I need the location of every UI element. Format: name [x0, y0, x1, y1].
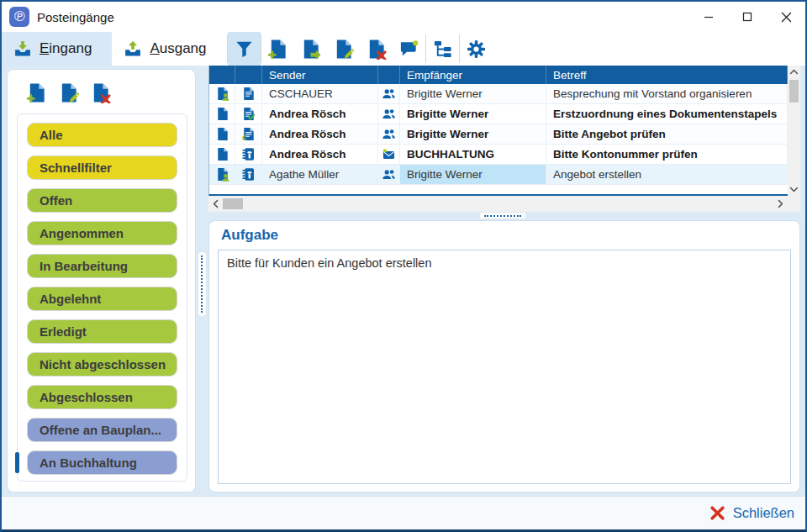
- filter-alle[interactable]: Alle: [27, 123, 177, 147]
- toolbar-tree-view-button[interactable]: [426, 32, 459, 66]
- sidebar-document-delete-button[interactable]: [90, 82, 111, 106]
- recipient-cell: Brigitte Werner: [400, 84, 546, 103]
- comment-icon: [398, 39, 419, 60]
- sender-cell: Andrea Rösch: [262, 145, 378, 164]
- tab-ausgang[interactable]: Ausgang: [112, 32, 226, 66]
- filter-in-bearbeitung[interactable]: In Bearbeitung: [27, 254, 177, 278]
- filter-abgelehnt[interactable]: Abgelehnt: [27, 287, 177, 311]
- recipient-cell: Brigitte Werner: [400, 104, 546, 124]
- toolbar-document-add-button[interactable]: [261, 32, 294, 66]
- document-delete-icon: [90, 82, 111, 103]
- recipient-cell: BUCHHALTUNG: [400, 145, 546, 164]
- users-icon: [382, 107, 396, 121]
- tab-eingang-label: Eingang: [40, 40, 92, 57]
- sidebar-document-add-button[interactable]: [26, 82, 47, 106]
- header-recipient-icon-col[interactable]: [378, 66, 400, 84]
- header-sender[interactable]: Sender: [262, 66, 378, 84]
- horizontal-splitter[interactable]: [479, 212, 526, 219]
- close-button[interactable]: [767, 2, 805, 32]
- document-check-icon: [241, 107, 256, 121]
- toolbar-filter-button[interactable]: [228, 32, 261, 66]
- filter-sidebar: AlleSchnellfilterOffenAngenommenIn Bearb…: [7, 69, 196, 492]
- sender-cell: Andrea Rösch: [262, 104, 378, 124]
- sidebar-document-edit-button[interactable]: [58, 82, 79, 106]
- table-row[interactable]: Agathe Müller Brigitte Werner Angebot er…: [209, 165, 788, 185]
- document-forward-icon: [300, 39, 321, 60]
- document-delete-icon: [366, 39, 387, 60]
- table-row[interactable]: € Andrea Rösch Brigitte Werner Bitte Ang…: [209, 124, 788, 145]
- scroll-down-button[interactable]: [788, 183, 800, 196]
- chevron-right-icon: [775, 198, 786, 209]
- task-panel: Aufgabe Bitte für Kunden ein Angebot ers…: [208, 220, 800, 492]
- toolbar-document-delete-button[interactable]: [360, 32, 393, 66]
- filter-erledigt[interactable]: Erledigt: [27, 319, 177, 344]
- toolbar-comment-button[interactable]: [393, 32, 425, 66]
- scroll-left-button[interactable]: [208, 196, 223, 212]
- subject-cell: Angebot erstellen: [546, 165, 788, 184]
- task-text-area[interactable]: Bitte für Kunden ein Angebot erstellen: [218, 250, 791, 484]
- filter-offene-an-bauplan-[interactable]: Offene an Bauplan...: [27, 418, 177, 442]
- chevron-left-icon: [210, 198, 221, 209]
- subject-cell: Bitte Angebot prüfen: [546, 124, 788, 144]
- scroll-up-button[interactable]: [788, 66, 800, 78]
- chevron-down-icon: [789, 184, 799, 195]
- table-row[interactable]: Andrea Rösch BUCHHALTUNG Bitte Kontonumm…: [209, 145, 788, 165]
- document-user-icon: [215, 87, 229, 101]
- sidebar-actions: [8, 70, 195, 106]
- filter-schnellfilter[interactable]: Schnellfilter: [27, 155, 177, 180]
- svg-text:€: €: [242, 134, 246, 141]
- header-recipient[interactable]: Empfänger: [400, 66, 546, 84]
- filter-angenommen[interactable]: Angenommen: [27, 221, 177, 245]
- window-controls: [689, 2, 805, 32]
- toolbar: [228, 32, 493, 66]
- chevron-up-icon: [789, 66, 799, 77]
- filter-abgeschlossen[interactable]: Abgeschlossen: [27, 385, 177, 409]
- maximize-button[interactable]: [728, 2, 767, 32]
- document-edit-icon: [58, 82, 79, 103]
- vertical-scrollbar: [788, 66, 800, 196]
- minimize-button[interactable]: [689, 2, 728, 32]
- table-row[interactable]: CSCHAUER Brigitte Werner Besprechung mit…: [209, 84, 788, 104]
- scroll-right-button[interactable]: [773, 196, 788, 212]
- table-body: CSCHAUER Brigitte Werner Besprechung mit…: [209, 84, 788, 185]
- close-red-icon: [709, 505, 725, 521]
- horizontal-splitter-area: [208, 212, 800, 220]
- header-subject[interactable]: Betreff: [546, 66, 788, 84]
- horizontal-scroll-thumb[interactable]: [223, 198, 243, 209]
- header-doc-icon-col[interactable]: [209, 66, 235, 84]
- sender-cell: Andrea Rösch: [262, 124, 378, 144]
- filter-an-buchhaltung[interactable]: An Buchhaltung: [27, 450, 177, 475]
- toolbar-settings-button[interactable]: [460, 32, 493, 66]
- table-header: Sender Empfänger Betreff: [209, 66, 788, 84]
- toolbar-document-forward-button[interactable]: [294, 32, 327, 66]
- filter-nicht-abgeschlossen[interactable]: Nicht abgeschlossen: [27, 352, 177, 377]
- tab-eingang[interactable]: Eingang: [2, 32, 112, 66]
- tab-ausgang-label: Ausgang: [150, 40, 206, 57]
- tree-view-icon: [432, 39, 453, 60]
- document-phone-icon: [241, 167, 256, 182]
- users-icon: [382, 167, 396, 182]
- filter-offen[interactable]: Offen: [27, 188, 177, 213]
- title-bar: ℗ Posteingänge: [2, 2, 805, 32]
- mail-icon: [382, 147, 396, 161]
- subject-cell: Besprechung mit Vorstand organisieren: [546, 84, 788, 103]
- table-row[interactable]: Andrea Rösch Brigitte Werner Erstzuordnu…: [209, 104, 788, 124]
- inbox-out-icon: [124, 40, 142, 58]
- document-icon: [215, 107, 229, 121]
- document-icon: [215, 147, 229, 161]
- recipient-cell: Brigitte Werner: [400, 165, 546, 184]
- sender-cell: Agathe Müller: [262, 165, 378, 184]
- app-window: ℗ Posteingänge Eingang Ausgang: [0, 0, 807, 532]
- document-add-icon: [26, 82, 47, 103]
- maximize-icon: [742, 12, 752, 22]
- tab-strip: Eingang Ausgang: [2, 32, 805, 66]
- vertical-scroll-thumb[interactable]: [789, 80, 799, 103]
- vertical-splitter[interactable]: [198, 252, 206, 316]
- toolbar-document-edit-button[interactable]: [327, 32, 360, 66]
- schliessen-button[interactable]: Schließen: [709, 505, 794, 521]
- schliessen-label: Schließen: [733, 505, 794, 521]
- document-euro-icon: €: [241, 127, 256, 141]
- header-type-icon-col[interactable]: [235, 66, 262, 84]
- close-icon: [781, 12, 792, 23]
- recipient-cell: Brigitte Werner: [400, 124, 546, 144]
